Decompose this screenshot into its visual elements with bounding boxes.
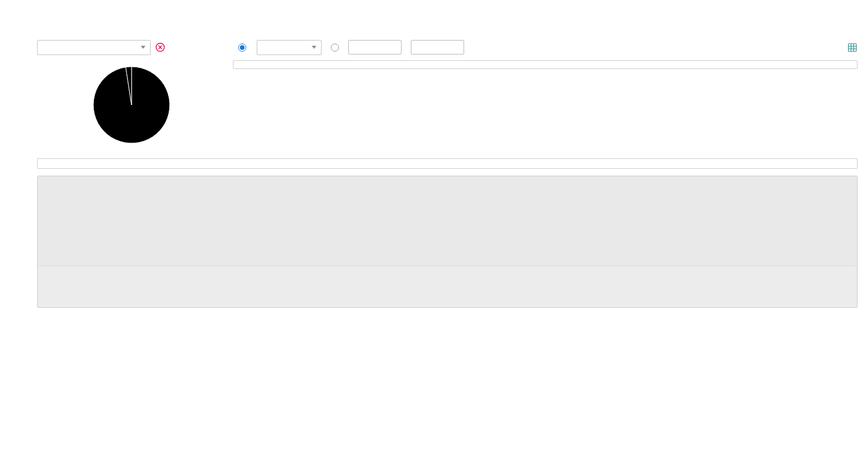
separator [91, 6, 92, 22]
sidebar-item-administration[interactable] [0, 111, 25, 132]
clock [826, 0, 836, 28]
users-icon [7, 116, 19, 128]
services-icon [70, 6, 79, 16]
sidebar-item-reporting[interactable] [0, 70, 25, 90]
separator [60, 6, 60, 22]
host-state-pie-chart [37, 60, 226, 150]
sidebar: ⚙ [0, 28, 25, 458]
state-breakdowns-panel [37, 158, 858, 169]
reporting-chart-icon [8, 75, 18, 85]
filter-bar [25, 35, 868, 58]
gear-icon: ⚙ [8, 96, 17, 106]
home-icon [7, 32, 19, 44]
period-select[interactable] [257, 40, 322, 55]
host-filter-select[interactable] [37, 40, 151, 55]
breadcrumb [25, 28, 868, 35]
chevron-down-icon [104, 17, 108, 21]
availability-timeline-panel [37, 176, 858, 308]
hosts-icon [101, 6, 111, 17]
menu-hosts[interactable] [93, 0, 121, 28]
chevron-down-icon [312, 46, 316, 49]
timeline-chart[interactable] [38, 176, 857, 266]
sidebar-item-home[interactable] [0, 28, 25, 49]
separator [123, 6, 123, 22]
from-date-input[interactable] [348, 40, 402, 54]
pie-svg [88, 61, 175, 148]
business-activities-icon [133, 6, 143, 17]
host-state-title [234, 61, 857, 68]
centreon-logo-icon [5, 6, 20, 21]
monitoring-icon [8, 54, 18, 64]
chevron-down-icon [72, 17, 77, 21]
centreon-logo[interactable] [0, 0, 25, 28]
menu-bactivities[interactable] [125, 0, 153, 28]
custom-range-radio[interactable] [331, 43, 339, 52]
chevron-down-icon [141, 46, 145, 49]
chevron-down-icon [40, 17, 45, 21]
clear-filter-button[interactable] [155, 42, 165, 52]
reporting-period-radio[interactable] [238, 43, 246, 52]
breakdown-table [38, 166, 857, 168]
sidebar-item-configuration[interactable]: ⚙ [0, 90, 25, 111]
separator [27, 6, 28, 22]
export-report-button[interactable] [847, 42, 858, 53]
chevron-down-icon [136, 17, 140, 21]
timeline-overview-brush[interactable] [38, 266, 857, 307]
breakdown-title [38, 159, 857, 166]
user-icon [844, 6, 860, 22]
clear-circle-x-icon [155, 42, 165, 52]
top-bar [0, 0, 868, 28]
menu-pollers[interactable] [30, 0, 58, 28]
menu-services[interactable] [62, 0, 89, 28]
sidebar-item-monitoring[interactable] [0, 49, 25, 70]
export-grid-icon [847, 42, 858, 53]
user-menu[interactable] [836, 0, 868, 28]
main-content [25, 28, 868, 308]
to-date-input[interactable] [411, 40, 464, 54]
host-state-panel [233, 60, 858, 69]
period-controls [234, 39, 487, 55]
pollers-icon [37, 6, 48, 17]
apply-period-button[interactable] [472, 39, 487, 55]
